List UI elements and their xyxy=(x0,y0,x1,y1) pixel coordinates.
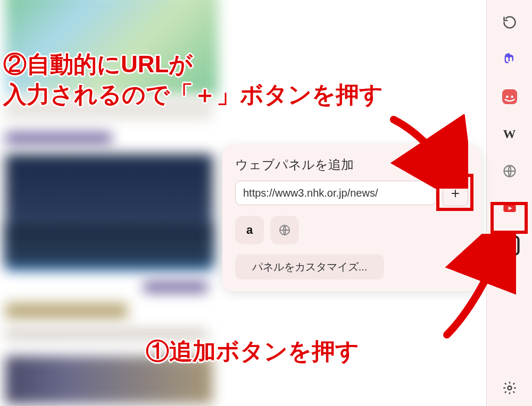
quick-add-amazon[interactable]: a xyxy=(235,216,264,244)
blurred-text-row xyxy=(5,98,213,120)
youtube-icon[interactable] xyxy=(498,197,521,220)
blurred-heading xyxy=(5,303,128,319)
blurred-subtext xyxy=(5,329,207,339)
svg-point-1 xyxy=(511,96,513,98)
blurred-date-text xyxy=(144,282,207,292)
blurred-date-text xyxy=(5,133,112,143)
amazon-icon: a xyxy=(246,223,253,237)
blurred-map-thumbnail xyxy=(5,0,218,96)
add-url-button[interactable]: + xyxy=(443,181,468,206)
url-input[interactable] xyxy=(235,181,436,205)
add-web-panel-popup: ウェブパネルを追加 + a パネルをカスタマイズ... xyxy=(222,145,481,291)
quick-add-web[interactable] xyxy=(270,216,299,244)
history-icon[interactable] xyxy=(498,11,521,34)
mastodon-icon[interactable] xyxy=(498,48,521,71)
wikipedia-label: W xyxy=(503,127,516,141)
popup-title: ウェブパネルを追加 xyxy=(235,156,468,173)
globe-icon xyxy=(278,224,291,236)
url-input-row: + xyxy=(235,181,468,206)
settings-icon[interactable] xyxy=(498,376,521,400)
blurred-thumbnail-row xyxy=(5,356,213,404)
svg-point-5 xyxy=(508,386,511,390)
globe-icon[interactable] xyxy=(498,159,521,183)
quick-add-row: a xyxy=(235,216,468,244)
add-web-panel-button[interactable] xyxy=(498,234,521,257)
customize-panel-button[interactable]: パネルをカスタマイズ... xyxy=(235,254,384,280)
web-panel-sidebar: W xyxy=(486,0,532,406)
svg-point-0 xyxy=(506,96,509,98)
blurred-video-caption xyxy=(5,223,213,266)
wikipedia-icon[interactable]: W xyxy=(498,122,521,146)
notes-icon[interactable] xyxy=(498,85,521,108)
